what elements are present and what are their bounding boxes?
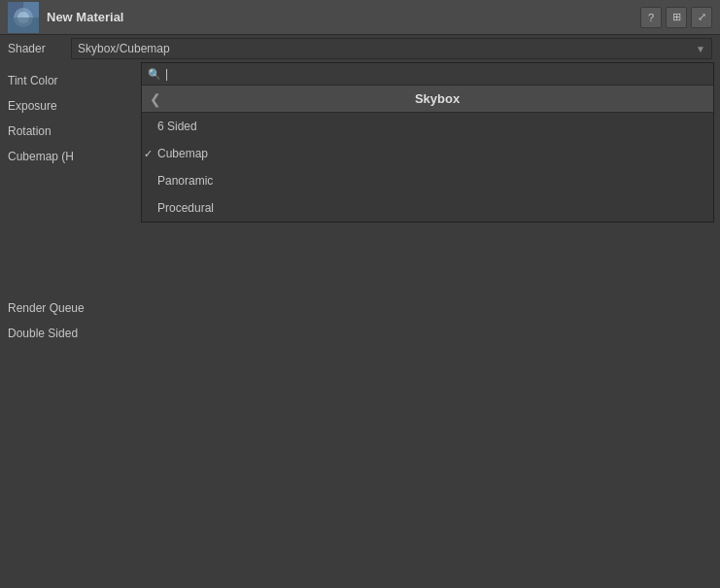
menu-item-panoramic[interactable]: Panoramic <box>142 167 713 194</box>
menu-item-cubemap-label: Cubemap <box>157 147 208 160</box>
prop-empty2 <box>8 194 133 220</box>
menu-item-cubemap[interactable]: ✓ Cubemap <box>142 140 713 167</box>
prop-empty5 <box>8 270 133 295</box>
search-row: 🔍 <box>142 63 713 86</box>
svg-rect-4 <box>8 17 39 33</box>
prop-render-queue: Render Queue <box>8 295 133 321</box>
back-arrow-icon[interactable]: ❮ <box>150 91 161 107</box>
shader-dropdown[interactable]: Skybox/Cubemap ▼ <box>71 38 712 59</box>
prop-exposure-label: Exposure <box>8 99 57 113</box>
prop-double-sided: Double Sided <box>8 321 133 346</box>
prop-cubemap: Cubemap (H <box>8 144 133 169</box>
search-input[interactable] <box>165 67 707 81</box>
expand-button[interactable]: ⤢ <box>691 7 712 28</box>
prop-render-queue-label: Render Queue <box>8 301 85 315</box>
properties-panel: Tint Color Exposure Rotation Cubemap (H … <box>0 62 141 588</box>
menu-item-6sided[interactable]: 6 Sided <box>142 113 713 140</box>
prop-tint-color: Tint Color <box>8 68 133 93</box>
shader-type-list: 6 Sided ✓ Cubemap Panoramic Procedural <box>142 113 713 222</box>
shader-type-dropdown: 🔍 ❮ Skybox 6 Sided ✓ Cubemap Panoramic <box>141 62 714 223</box>
grid-button[interactable]: ⊞ <box>666 7 687 28</box>
menu-item-procedural-label: Procedural <box>157 201 214 215</box>
prop-empty4 <box>8 245 133 270</box>
skybox-category-header: ❮ Skybox <box>142 86 713 113</box>
shader-label: Shader <box>8 42 71 55</box>
prop-cubemap-label: Cubemap (H <box>8 150 74 163</box>
help-button[interactable]: ? <box>640 7 662 28</box>
prop-rotation-label: Rotation <box>8 124 51 138</box>
shader-value: Skybox/Cubemap <box>78 42 170 55</box>
prop-exposure: Exposure <box>8 93 133 119</box>
skybox-header-title: Skybox <box>169 91 705 106</box>
material-icon <box>8 2 39 33</box>
menu-item-panoramic-label: Panoramic <box>157 174 213 188</box>
prop-rotation: Rotation <box>8 119 133 144</box>
window-title: New Material <box>47 10 640 24</box>
main-content: Tint Color Exposure Rotation Cubemap (H … <box>0 62 720 588</box>
title-bar-buttons: ? ⊞ ⤢ <box>640 7 712 28</box>
menu-item-procedural[interactable]: Procedural <box>142 194 713 222</box>
menu-item-6sided-label: 6 Sided <box>157 120 197 133</box>
window: New Material ? ⊞ ⤢ Shader Skybox/Cubemap… <box>0 0 720 588</box>
chevron-down-icon: ▼ <box>696 44 705 54</box>
check-icon: ✓ <box>144 148 153 160</box>
prop-empty1 <box>8 169 133 194</box>
search-icon: 🔍 <box>148 68 161 81</box>
prop-empty3 <box>8 220 133 245</box>
title-bar: New Material ? ⊞ ⤢ <box>0 0 720 35</box>
prop-double-sided-label: Double Sided <box>8 327 78 340</box>
shader-row: Shader Skybox/Cubemap ▼ <box>0 35 720 62</box>
prop-tint-color-label: Tint Color <box>8 74 58 87</box>
